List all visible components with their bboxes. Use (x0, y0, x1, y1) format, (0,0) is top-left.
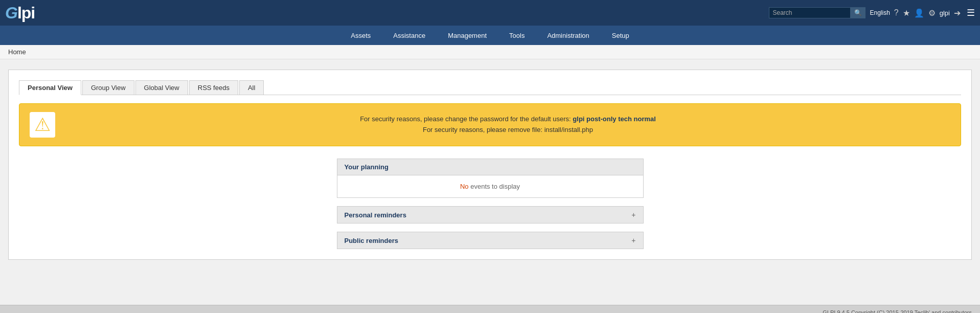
nav-item-tools[interactable]: Tools (498, 26, 536, 45)
star-icon[interactable]: ★ (903, 8, 910, 18)
help-icon[interactable]: ? (894, 8, 899, 17)
no-events-suffix: events to display (469, 183, 520, 190)
user-icon[interactable]: 👤 (914, 8, 924, 18)
no-events-no: No (460, 183, 469, 190)
warning-icon: ⚠ (30, 112, 55, 138)
logo-area: Glpi (5, 4, 35, 23)
warning-line1-prefix: For security reasons, please change the … (360, 115, 573, 123)
username-label[interactable]: glpi (940, 9, 950, 17)
personal-reminders-header[interactable]: Personal reminders + (337, 206, 644, 223)
warning-users-link[interactable]: glpi post-only tech normal (573, 115, 656, 123)
breadcrumb-home[interactable]: Home (8, 48, 26, 56)
logout-icon[interactable]: ➔ (954, 8, 961, 18)
nav-item-setup[interactable]: Setup (601, 26, 641, 45)
main-content: Personal View Group View Global View RSS… (0, 59, 980, 305)
footer: GLPI 9.4.5 Copyright (C) 2015-2019 Tecli… (0, 305, 980, 313)
main-card: Personal View Group View Global View RSS… (8, 70, 972, 260)
search-input[interactable] (769, 7, 851, 18)
nav-item-administration[interactable]: Administration (536, 26, 600, 45)
warning-line2: For security reasons, please remove file… (423, 126, 593, 133)
tab-global-view[interactable]: Global View (135, 80, 188, 95)
tab-rss-feeds[interactable]: RSS feeds (189, 80, 238, 95)
tab-group-view[interactable]: Group View (82, 80, 134, 95)
spacer1 (337, 198, 644, 206)
personal-reminders-title: Personal reminders (345, 211, 406, 219)
search-button[interactable]: 🔍 (851, 7, 865, 18)
no-events-message: No events to display (345, 181, 636, 192)
public-reminders-add-icon[interactable]: + (631, 236, 635, 244)
planning-section: Your planning No events to display Perso… (337, 159, 644, 249)
security-warning-box: ⚠ For security reasons, please change th… (19, 103, 961, 146)
topbar: Glpi 🔍 English ? ★ 👤 ⚙ glpi ➔ ☰ (0, 0, 980, 26)
view-tabs: Personal View Group View Global View RSS… (19, 80, 961, 95)
logo-g: G (5, 4, 17, 22)
triangle-warning-icon: ⚠ (34, 114, 51, 136)
language-selector[interactable]: English (870, 9, 890, 16)
warning-text: For security reasons, please change the … (65, 114, 950, 136)
nav-item-assistance[interactable]: Assistance (382, 26, 437, 45)
search-box: 🔍 (769, 7, 865, 18)
gear-icon[interactable]: ⚙ (928, 8, 936, 18)
nav-item-assets[interactable]: Assets (339, 26, 382, 45)
logo[interactable]: Glpi (5, 4, 35, 23)
planning-body: No events to display (337, 175, 644, 198)
tab-personal-view[interactable]: Personal View (19, 80, 81, 95)
tab-all[interactable]: All (239, 80, 264, 95)
logo-lpi: lpi (17, 4, 35, 22)
planning-title: Your planning (345, 163, 389, 171)
footer-text: GLPI 9.4.5 Copyright (C) 2015-2019 Tecli… (823, 309, 972, 313)
public-reminders-header[interactable]: Public reminders + (337, 232, 644, 249)
public-reminders-title: Public reminders (345, 237, 398, 244)
personal-reminders-add-icon[interactable]: + (631, 211, 635, 219)
spacer2 (337, 223, 644, 232)
topbar-right: 🔍 English ? ★ 👤 ⚙ glpi ➔ ☰ (769, 7, 975, 18)
breadcrumb: Home (0, 45, 980, 59)
hamburger-icon[interactable]: ☰ (967, 7, 975, 18)
planning-header[interactable]: Your planning (337, 159, 644, 175)
main-navbar: Assets Assistance Management Tools Admin… (0, 26, 980, 45)
nav-item-management[interactable]: Management (437, 26, 498, 45)
